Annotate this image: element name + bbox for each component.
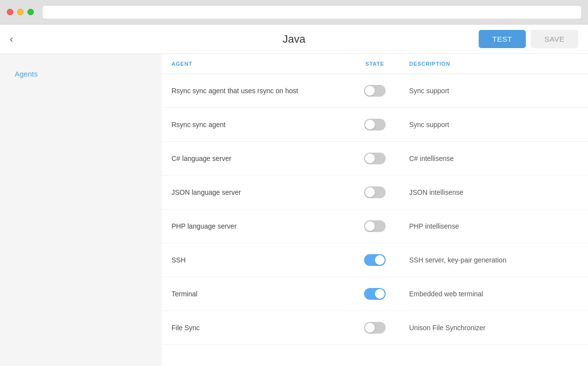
agent-name: Rsync sync agent that uses rsync on host bbox=[172, 87, 341, 95]
toggle-knob bbox=[365, 323, 375, 333]
maximize-button[interactable] bbox=[27, 9, 34, 15]
col-state-label: STATE bbox=[341, 61, 409, 67]
toggle-knob bbox=[365, 120, 375, 130]
header-actions: TEST SAVE bbox=[479, 30, 578, 48]
agent-name: Terminal bbox=[172, 290, 341, 298]
agent-description: SSH server, key-pair generation bbox=[409, 256, 578, 264]
agent-description: Sync support bbox=[409, 121, 578, 129]
agent-name: C# language server bbox=[172, 155, 341, 162]
agent-toggle[interactable] bbox=[364, 186, 386, 198]
agent-description: C# intellisense bbox=[409, 155, 578, 162]
title-bar bbox=[0, 0, 588, 25]
content-area: Agents AGENT STATE DESCRIPTION Rsync syn… bbox=[0, 54, 588, 366]
main-content: AGENT STATE DESCRIPTION Rsync sync agent… bbox=[162, 54, 588, 366]
toggle-knob bbox=[365, 221, 375, 231]
table-row: C# language serverC# intellisense bbox=[162, 142, 588, 176]
table-row: File SyncUnison File Synchronizer bbox=[162, 311, 588, 345]
agent-name: SSH bbox=[172, 256, 341, 264]
minimize-button[interactable] bbox=[17, 9, 24, 15]
agent-description: Embedded web terminal bbox=[409, 290, 578, 298]
col-agent-label: AGENT bbox=[172, 61, 341, 67]
agent-name: File Sync bbox=[172, 324, 341, 332]
agent-toggle[interactable] bbox=[364, 153, 386, 164]
save-button[interactable]: SAVE bbox=[531, 30, 578, 48]
address-bar[interactable] bbox=[43, 6, 581, 19]
close-button[interactable] bbox=[7, 9, 13, 15]
table-row: JSON language serverJSON intellisense bbox=[162, 176, 588, 209]
toggle-knob bbox=[375, 289, 385, 299]
table-row: SSHSSH server, key-pair generation bbox=[162, 243, 588, 277]
agent-toggle[interactable] bbox=[364, 322, 386, 334]
toggle-knob bbox=[365, 154, 375, 163]
col-desc-label: DESCRIPTION bbox=[409, 61, 578, 67]
table-row: Rsync sync agent that uses rsync on host… bbox=[162, 74, 588, 108]
agent-toggle[interactable] bbox=[364, 220, 386, 232]
table-row: TerminalEmbedded web terminal bbox=[162, 277, 588, 311]
agent-description: JSON intellisense bbox=[409, 188, 578, 196]
table-row: PHP language serverPHP intellisense bbox=[162, 209, 588, 243]
agent-toggle[interactable] bbox=[364, 288, 386, 300]
toggle-knob bbox=[375, 255, 385, 265]
main-header: ‹ Java TEST SAVE bbox=[0, 25, 588, 54]
agent-description: Unison File Synchronizer bbox=[409, 324, 578, 332]
table-row: Rsync sync agentSync support bbox=[162, 108, 588, 142]
toggle-knob bbox=[365, 187, 375, 197]
test-button[interactable]: TEST bbox=[479, 30, 526, 48]
agent-name: Rsync sync agent bbox=[172, 121, 341, 129]
agent-name: JSON language server bbox=[172, 188, 341, 196]
agent-rows-container: Rsync sync agent that uses rsync on host… bbox=[162, 74, 588, 345]
table-header: AGENT STATE DESCRIPTION bbox=[162, 54, 588, 74]
agent-description: Sync support bbox=[409, 87, 578, 95]
agent-toggle[interactable] bbox=[364, 85, 386, 97]
back-button[interactable]: ‹ bbox=[10, 33, 13, 45]
toggle-knob bbox=[365, 86, 375, 96]
agent-description: PHP intellisense bbox=[409, 222, 578, 230]
sidebar-item-agents[interactable]: Agents bbox=[0, 64, 162, 84]
page-title: Java bbox=[283, 33, 305, 46]
agent-name: PHP language server bbox=[172, 222, 341, 230]
sidebar: Agents bbox=[0, 54, 162, 366]
agent-toggle[interactable] bbox=[364, 254, 386, 266]
agent-toggle[interactable] bbox=[364, 119, 386, 131]
